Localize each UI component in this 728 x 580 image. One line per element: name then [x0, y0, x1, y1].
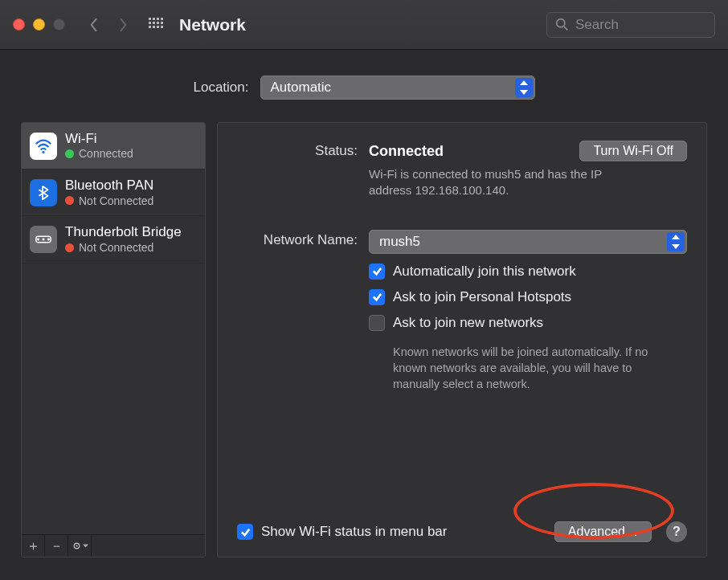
window-title: Network — [179, 15, 246, 35]
show-all-icon[interactable] — [149, 18, 163, 32]
ask-hotspot-label: Ask to join Personal Hotspots — [393, 289, 571, 305]
location-row: Location: Automatic — [0, 50, 728, 122]
select-stepper-icon — [515, 78, 533, 97]
advanced-button[interactable]: Advanced… — [554, 521, 652, 542]
search-placeholder: Search — [575, 17, 619, 33]
bluetooth-icon — [30, 179, 57, 206]
svg-point-4 — [43, 239, 45, 241]
status-dot-icon — [65, 243, 74, 252]
service-actions-menu[interactable] — [68, 535, 92, 557]
window-controls — [13, 18, 65, 31]
auto-join-label: Automatically join this network — [393, 263, 576, 280]
svg-line-1 — [564, 27, 567, 30]
detail-panel: Status: Connected Turn Wi-Fi Off Wi-Fi i… — [217, 122, 707, 558]
sidebar-item-thunderbolt[interactable]: Thunderbolt Bridge Not Connected — [22, 216, 205, 263]
service-status: Not Connected — [79, 194, 153, 208]
titlebar: Network Search — [0, 0, 728, 50]
service-sidebar: Wi-Fi Connected Bluetooth PAN Not Connec… — [21, 122, 206, 558]
back-button[interactable] — [83, 14, 105, 36]
service-name: Bluetooth PAN — [65, 178, 153, 194]
network-name-label: Network Name: — [237, 230, 358, 248]
location-select[interactable]: Automatic — [260, 76, 535, 100]
forward-button[interactable] — [112, 14, 134, 36]
network-name-value: mush5 — [379, 234, 420, 250]
chevron-down-icon — [83, 544, 88, 548]
wifi-toggle-button[interactable]: Turn Wi-Fi Off — [579, 141, 687, 161]
ask-hotspot-checkbox[interactable] — [369, 289, 385, 305]
service-list: Wi-Fi Connected Bluetooth PAN Not Connec… — [22, 123, 205, 534]
search-icon — [555, 18, 569, 31]
network-name-select[interactable]: mush5 — [369, 230, 687, 254]
zoom-window-button[interactable] — [53, 18, 65, 31]
service-status: Connected — [79, 147, 133, 161]
status-value: Connected — [369, 143, 444, 160]
sidebar-footer: ＋ － — [22, 534, 205, 557]
wifi-icon — [30, 133, 57, 160]
minimize-window-button[interactable] — [33, 18, 45, 31]
close-window-button[interactable] — [13, 18, 25, 31]
service-name: Thunderbolt Bridge — [65, 224, 182, 240]
gear-icon — [72, 541, 82, 551]
add-service-button[interactable]: ＋ — [22, 535, 45, 557]
thunderbolt-icon — [30, 226, 57, 253]
menubar-status-checkbox[interactable] — [237, 524, 253, 540]
sidebar-item-bluetooth[interactable]: Bluetooth PAN Not Connected — [22, 170, 205, 216]
sidebar-item-wifi[interactable]: Wi-Fi Connected — [22, 123, 205, 170]
ask-new-networks-label: Ask to join new networks — [393, 315, 543, 331]
service-status: Not Connected — [79, 241, 153, 255]
select-stepper-icon — [667, 232, 685, 251]
status-description: Wi-Fi is connected to mush5 and has the … — [369, 166, 642, 199]
svg-point-3 — [37, 239, 39, 241]
ask-new-networks-hint: Known networks will be joined automatica… — [393, 344, 674, 393]
location-label: Location: — [194, 80, 249, 96]
service-name: Wi-Fi — [65, 131, 133, 147]
search-input[interactable]: Search — [546, 12, 715, 38]
remove-service-button[interactable]: － — [45, 535, 68, 557]
svg-point-2 — [42, 150, 44, 153]
status-dot-icon — [65, 196, 74, 205]
location-value: Automatic — [271, 80, 332, 96]
ask-new-networks-checkbox[interactable] — [369, 315, 385, 331]
svg-point-8 — [76, 545, 77, 547]
help-button[interactable]: ? — [666, 521, 687, 542]
svg-point-5 — [47, 239, 50, 241]
menubar-status-label: Show Wi-Fi status in menu bar — [261, 524, 447, 540]
auto-join-checkbox[interactable] — [369, 263, 385, 280]
svg-point-0 — [557, 19, 565, 27]
status-dot-icon — [65, 149, 74, 158]
status-label: Status: — [237, 141, 358, 159]
